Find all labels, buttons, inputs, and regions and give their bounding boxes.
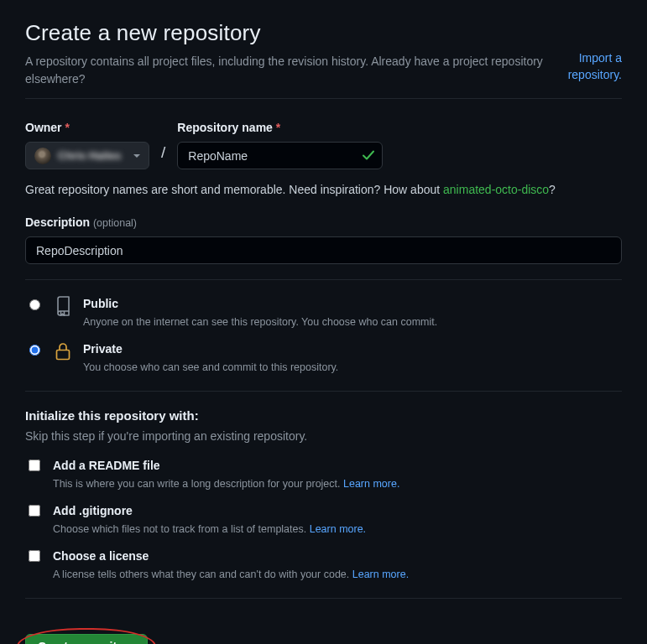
- divider: [25, 598, 622, 599]
- owner-select[interactable]: Chris Hailes: [25, 142, 149, 169]
- readme-learn-more-link[interactable]: Learn more.: [343, 478, 399, 490]
- import-repo-link[interactable]: Import arepository.: [568, 50, 622, 83]
- initialize-heading: Initialize this repository with:: [25, 407, 622, 426]
- visibility-private-sub: You choose who can see and commit to thi…: [83, 361, 338, 373]
- license-learn-more-link[interactable]: Learn more.: [352, 569, 409, 580]
- add-gitignore-title: Add .gitignore: [53, 502, 366, 520]
- add-readme-title: Add a README file: [53, 457, 399, 475]
- avatar: [34, 148, 51, 164]
- owner-name: Chris Hailes: [58, 148, 121, 164]
- lock-icon: [53, 341, 73, 361]
- chevron-down-icon: [133, 154, 140, 158]
- gitignore-learn-more-link[interactable]: Learn more.: [310, 523, 366, 535]
- check-icon: [362, 148, 375, 162]
- owner-label: Owner: [25, 119, 149, 137]
- svg-rect-0: [57, 351, 70, 360]
- divider: [25, 279, 622, 280]
- divider: [25, 391, 622, 392]
- description-input[interactable]: [25, 236, 622, 264]
- reponame-label: Repository name: [177, 119, 383, 137]
- page-title: Create a new repository: [25, 17, 553, 49]
- add-license-checkbox[interactable]: [29, 550, 40, 562]
- add-readme-sub: This is where you can write a long descr…: [53, 478, 343, 490]
- name-hint: Great repository names are short and mem…: [25, 181, 622, 199]
- page-subtitle: A repository contains all project files,…: [25, 53, 553, 88]
- initialize-sub: Skip this step if you're importing an ex…: [25, 428, 622, 445]
- add-license-title: Choose a license: [53, 548, 409, 565]
- description-label: Description (optional): [25, 214, 622, 231]
- separator-slash: /: [161, 141, 165, 165]
- add-license-sub: A license tells others what they can and…: [53, 569, 352, 580]
- add-gitignore-checkbox[interactable]: [29, 505, 40, 517]
- visibility-public-sub: Anyone on the internet can see this repo…: [83, 316, 437, 328]
- repo-icon: [53, 296, 73, 316]
- visibility-public-title: Public: [83, 295, 437, 313]
- visibility-private-title: Private: [83, 340, 338, 358]
- create-repository-button[interactable]: Create repository: [25, 634, 148, 645]
- add-readme-checkbox[interactable]: [29, 460, 40, 471]
- visibility-public-radio[interactable]: [29, 299, 40, 310]
- visibility-private-radio[interactable]: [29, 345, 40, 356]
- reponame-input[interactable]: [177, 142, 383, 169]
- name-suggestion-link[interactable]: animated-octo-disco: [443, 183, 549, 196]
- add-gitignore-sub: Choose which files not to track from a l…: [53, 523, 310, 535]
